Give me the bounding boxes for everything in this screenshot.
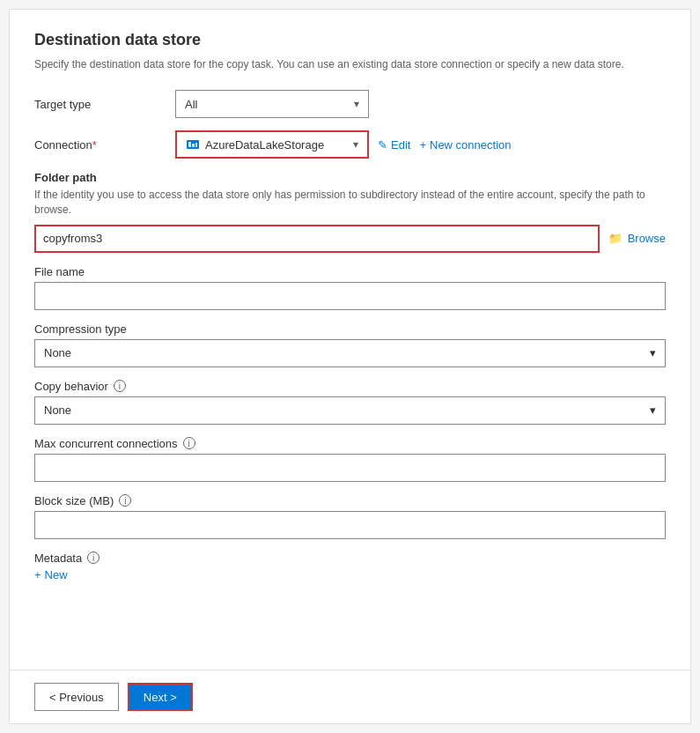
target-type-label: Target type [34, 98, 175, 111]
copy-behavior-value: None [44, 404, 650, 417]
connection-value: AzureDataLakeStorage [205, 138, 346, 152]
page-title: Destination data store [34, 31, 666, 49]
compression-chevron-icon: ▾ [650, 346, 656, 359]
svg-rect-2 [192, 144, 195, 147]
next-button[interactable]: Next > [128, 683, 193, 711]
max-concurrent-info-icon[interactable]: i [183, 437, 195, 449]
max-concurrent-input[interactable] [34, 454, 666, 482]
svg-rect-1 [188, 142, 191, 147]
folder-icon: 📁 [608, 232, 623, 245]
connection-chevron-icon: ▾ [353, 138, 358, 151]
folder-path-input[interactable] [34, 225, 600, 253]
new-metadata-plus-icon: + [34, 568, 41, 581]
edit-link[interactable]: ✎ Edit [378, 138, 410, 152]
metadata-label: Metadata [34, 552, 82, 565]
copy-behavior-label: Copy behavior [34, 380, 108, 393]
folder-path-description: If the identity you use to access the da… [34, 188, 666, 218]
previous-button[interactable]: < Previous [34, 683, 119, 711]
folder-path-title: Folder path [34, 171, 666, 184]
copy-behavior-info-icon[interactable]: i [114, 380, 126, 392]
new-metadata-button[interactable]: + New [34, 568, 666, 581]
block-size-info-icon[interactable]: i [119, 494, 131, 507]
compression-type-value: None [44, 346, 650, 359]
new-connection-link[interactable]: + New connection [419, 138, 511, 152]
block-size-input[interactable] [34, 511, 666, 539]
previous-chevron-icon: < Previous [49, 691, 104, 704]
copy-behavior-chevron-icon: ▾ [650, 404, 656, 417]
plus-icon: + [419, 138, 426, 152]
metadata-info-icon[interactable]: i [87, 552, 99, 564]
adls-icon [186, 137, 200, 152]
target-type-value: All [185, 98, 347, 111]
max-concurrent-label: Max concurrent connections [34, 437, 178, 450]
block-size-label: Block size (MB) [34, 494, 114, 507]
browse-button[interactable]: 📁 Browse [608, 232, 666, 245]
compression-type-label: Compression type [34, 322, 127, 336]
target-type-select[interactable]: All ▾ [175, 90, 369, 118]
file-name-input[interactable] [34, 282, 666, 310]
compression-type-select[interactable]: None ▾ [34, 339, 666, 367]
footer: < Previous Next > [10, 670, 690, 723]
page-description: Specify the destination data store for t… [34, 56, 666, 72]
edit-pencil-icon: ✎ [378, 138, 387, 152]
svg-rect-3 [195, 143, 197, 147]
copy-behavior-select[interactable]: None ▾ [34, 396, 666, 425]
connection-label: Connection* [34, 138, 175, 152]
connection-select[interactable]: AzureDataLakeStorage ▾ [175, 130, 369, 159]
file-name-label: File name [34, 265, 85, 278]
chevron-down-icon: ▾ [354, 98, 359, 110]
